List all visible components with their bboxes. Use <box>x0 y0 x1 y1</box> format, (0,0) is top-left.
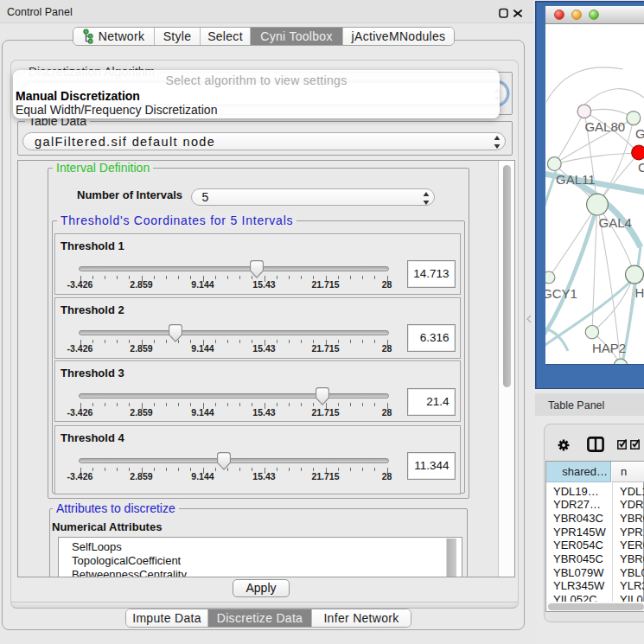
svg-text:GAL80: GAL80 <box>584 119 625 134</box>
svg-text:G.: G. <box>635 126 644 141</box>
svg-text:GCY1: GCY1 <box>545 286 577 301</box>
svg-text:GAL4: GAL4 <box>599 215 632 230</box>
svg-text:C: C <box>638 160 644 175</box>
svg-text:GAL11: GAL11 <box>556 172 596 187</box>
svg-text:HAP2: HAP2 <box>592 341 626 355</box>
svg-text:H: H <box>635 285 644 300</box>
